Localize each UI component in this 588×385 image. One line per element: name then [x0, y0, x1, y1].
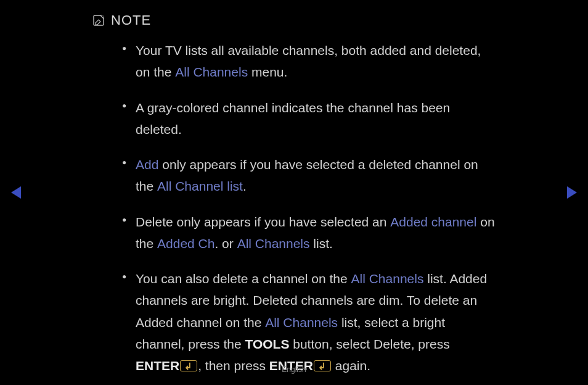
highlight-all-channels: All Channels — [351, 271, 424, 286]
chevron-right-icon — [567, 186, 577, 199]
highlight-added-ch: Added Ch — [157, 236, 214, 250]
nav-prev-button[interactable] — [11, 186, 21, 199]
chevron-left-icon — [11, 186, 21, 199]
highlight-all-channels: All Channels — [175, 65, 248, 79]
list-item: You can also delete a channel on the All… — [122, 268, 496, 376]
text: A gray-colored channel indicates the cha… — [136, 101, 450, 136]
list-item: Your TV lists all available channels, bo… — [122, 39, 496, 83]
highlight-added-channel: Added channel — [390, 215, 476, 229]
text: Delete only appears if you have selected… — [136, 215, 390, 229]
note-section: NOTE Your TV lists all available channel… — [0, 0, 588, 385]
highlight-all-channel-list: All Channel list — [157, 179, 243, 193]
note-icon — [92, 14, 105, 27]
note-header: NOTE — [92, 12, 496, 28]
list-item: A gray-colored channel indicates the cha… — [122, 97, 496, 141]
text: . or — [214, 236, 237, 250]
footer-language: English — [0, 365, 588, 374]
text: button, select Delete, press — [289, 337, 449, 351]
list-item: Delete only appears if you have selected… — [122, 211, 496, 255]
highlight-all-channels: All Channels — [237, 236, 310, 250]
note-list: Your TV lists all available channels, bo… — [92, 39, 496, 376]
highlight-all-channels: All Channels — [265, 315, 338, 329]
text: menu. — [248, 65, 287, 79]
highlight-add: Add — [136, 157, 158, 172]
list-item: Add only appears if you have selected a … — [122, 154, 496, 197]
bold-tools: TOOLS — [245, 337, 289, 351]
note-label: NOTE — [111, 12, 151, 28]
text: You can also delete a channel on the — [136, 271, 351, 286]
text: . — [243, 179, 247, 193]
text: list. — [310, 236, 333, 250]
nav-next-button[interactable] — [567, 186, 577, 199]
